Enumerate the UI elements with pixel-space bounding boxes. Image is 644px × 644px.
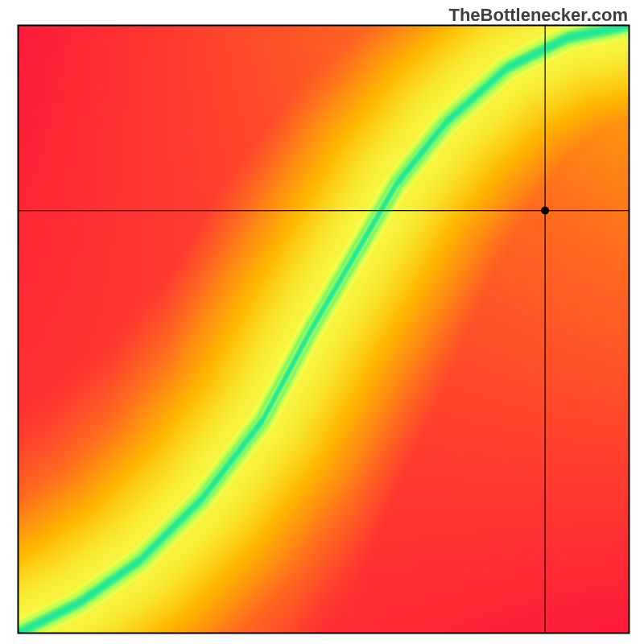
- watermark-text: TheBottlenecker.com: [448, 5, 628, 26]
- overlay-canvas: [0, 0, 644, 644]
- bottleneck-heatmap: TheBottlenecker.com: [0, 0, 644, 644]
